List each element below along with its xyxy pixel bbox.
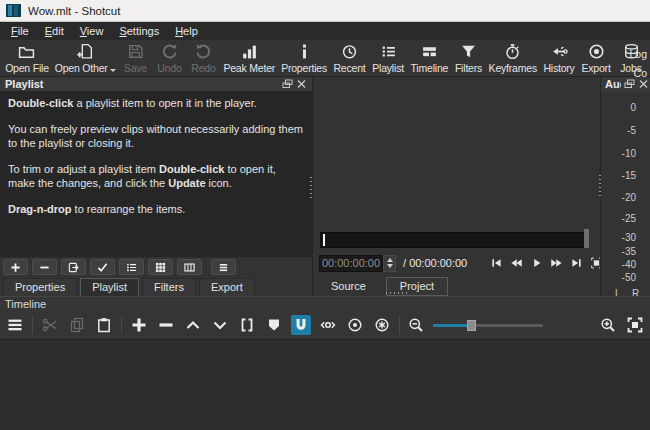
view-tiles-icon (155, 262, 166, 273)
paste-icon (96, 317, 112, 333)
player-scrollbar-thumb[interactable] (584, 229, 589, 248)
menu-edit[interactable]: Edit (37, 24, 72, 38)
spin-down-icon[interactable] (387, 264, 393, 268)
tab-playlist[interactable]: Playlist (80, 278, 139, 296)
skip-to-end-button[interactable] (570, 257, 583, 269)
update-check-icon (97, 262, 108, 273)
properties-button[interactable]: Properties (278, 41, 330, 76)
main-toolbar: Open File Open Other Save Undo Redo Peak… (0, 40, 650, 77)
menu-view[interactable]: View (72, 24, 112, 38)
splitter-handle[interactable] (599, 175, 601, 197)
append-button[interactable] (129, 315, 149, 335)
overwrite-icon (212, 317, 228, 333)
ripple-icon (347, 317, 363, 333)
tab-export[interactable]: Export (199, 278, 255, 296)
spin-up-icon[interactable] (387, 258, 393, 262)
total-duration: / 00:00:00:00 (403, 257, 467, 269)
playlist-button[interactable]: Playlist (369, 41, 407, 76)
split-button[interactable] (237, 315, 257, 335)
window-title: Wow.mlt - Shotcut (28, 5, 120, 17)
window-titlebar[interactable]: Wow.mlt - Shotcut (0, 0, 650, 22)
cut-button[interactable] (40, 315, 60, 335)
menu-file[interactable]: File (3, 24, 37, 38)
add-icon (10, 262, 21, 273)
skip-to-start-icon (490, 257, 503, 269)
history-button[interactable]: History (540, 41, 578, 76)
zoom-in-button[interactable] (598, 315, 618, 335)
remove-button[interactable] (32, 259, 57, 275)
player-controls: 00:00:00:00 / 00:00:00:00 (313, 251, 600, 275)
view-icons-icon (184, 262, 195, 273)
peak-meter-button[interactable]: Peak Meter (220, 41, 278, 76)
play-icon (530, 257, 543, 269)
zoom-slider-handle[interactable] (467, 320, 476, 331)
player-panel: 00:00:00:00 / 00:00:00:00 Source (313, 77, 600, 296)
menu-help[interactable]: Help (167, 24, 206, 38)
export-icon (588, 43, 605, 60)
rewind-button[interactable] (510, 257, 523, 269)
tab-source[interactable]: Source (317, 277, 380, 296)
open-other-button[interactable]: Open Other (52, 41, 118, 76)
redo-icon (195, 43, 212, 60)
redo-button[interactable]: Redo (186, 41, 220, 76)
audio-peak-meter-panel: Audi... 0-5-10-15-20-25-30-35-40-50 L R (600, 77, 650, 296)
skip-to-start-button[interactable] (490, 257, 503, 269)
dock-area: Playlist Double-click a playlist item to… (0, 77, 650, 296)
timeline-icon (421, 43, 438, 60)
recent-button[interactable]: Recent (330, 41, 369, 76)
remove-icon (39, 262, 50, 273)
properties-icon (296, 43, 313, 60)
paste-button[interactable] (94, 315, 114, 335)
zoom-fit-button[interactable] (625, 315, 645, 335)
tab-filters[interactable]: Filters (142, 278, 196, 296)
seek-bar[interactable] (320, 232, 588, 248)
zoom-fit-icon (627, 317, 643, 333)
timeline-tracks-area[interactable] (0, 341, 650, 430)
marker-button[interactable] (264, 315, 284, 335)
open-as-clip-button[interactable] (61, 259, 86, 275)
overwrite-button[interactable] (210, 315, 230, 335)
split-icon (239, 317, 255, 333)
save-button[interactable]: Save (118, 41, 152, 76)
zoom-in-icon (600, 317, 616, 333)
close-panel-icon[interactable] (296, 79, 307, 89)
view-details-button[interactable] (119, 259, 144, 275)
add-button[interactable] (3, 259, 28, 275)
lift-button[interactable] (183, 315, 203, 335)
transport-controls (490, 257, 613, 269)
audio-meter-scale: 0-5-10-15-20-25-30-35-40-50 (601, 77, 650, 296)
update-button[interactable] (90, 259, 115, 275)
toolbar-separator (399, 316, 400, 334)
keyframes-button[interactable]: Keyframes (486, 41, 540, 76)
export-button[interactable]: Export (578, 41, 614, 76)
fast-forward-icon (550, 257, 563, 269)
playhead-cursor[interactable] (323, 234, 325, 246)
copy-button[interactable] (67, 315, 87, 335)
ripple-button[interactable] (345, 315, 365, 335)
play-button[interactable] (530, 257, 543, 269)
view-icons-button[interactable] (177, 259, 202, 275)
fast-forward-button[interactable] (550, 257, 563, 269)
ripple-all-tracks-button[interactable] (372, 315, 392, 335)
timeline-menu-button[interactable] (5, 315, 25, 335)
current-timecode[interactable]: 00:00:00:00 (319, 255, 383, 272)
view-tiles-button[interactable] (148, 259, 173, 275)
playlist-menu-button[interactable] (211, 259, 236, 275)
splitter-handle[interactable] (386, 292, 410, 294)
undo-button[interactable]: Undo (152, 41, 186, 76)
scrub-while-dragging-button[interactable] (318, 315, 338, 335)
timeline-button[interactable]: Timeline (407, 41, 451, 76)
tab-properties[interactable]: Properties (3, 278, 77, 296)
playlist-panel-title: Playlist (5, 78, 279, 90)
zoom-out-button[interactable] (406, 315, 426, 335)
menu-settings[interactable]: Settings (111, 24, 167, 38)
timecode-spinbox[interactable]: 00:00:00:00 (319, 255, 396, 272)
snap-button[interactable] (291, 315, 311, 335)
timeline-zoom-slider[interactable] (433, 318, 543, 332)
float-panel-icon[interactable] (282, 79, 293, 89)
ripple-delete-button[interactable] (156, 315, 176, 335)
ripple-delete-icon (158, 317, 174, 333)
splitter-handle[interactable] (310, 177, 312, 199)
filters-button[interactable]: Filters (451, 41, 485, 76)
open-file-button[interactable]: Open File (2, 41, 52, 76)
